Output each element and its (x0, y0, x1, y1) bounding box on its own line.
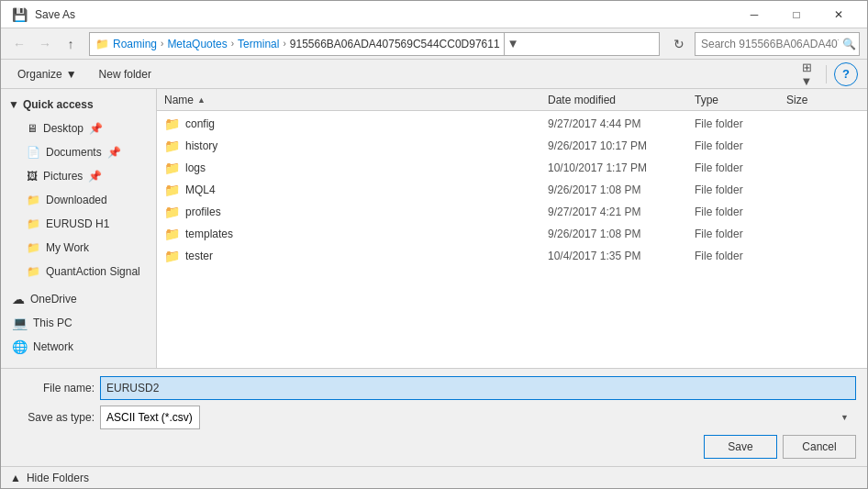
folder-icon: 📁 (164, 205, 180, 219)
file-name: config (185, 117, 548, 130)
search-bar: 🔍 (695, 32, 860, 56)
documents-icon: 📄 (27, 146, 40, 159)
table-row[interactable]: 📁 history 9/26/2017 10:17 PM File folder (157, 135, 867, 157)
table-row[interactable]: 📁 logs 10/10/2017 1:17 PM File folder (157, 157, 867, 179)
sidebar-item-my-work[interactable]: 📁 My Work (1, 236, 156, 260)
breadcrumb-dropdown-button[interactable]: ▼ (504, 32, 522, 56)
file-name: MQL4 (185, 183, 548, 196)
pin-icon-desktop: 📌 (89, 122, 103, 135)
file-type: File folder (695, 117, 786, 130)
sidebar-item-network[interactable]: 🌐 Network (1, 335, 156, 359)
quick-access-header[interactable]: ▼ Quick access (1, 93, 156, 117)
file-name: logs (185, 161, 548, 174)
search-input[interactable] (701, 38, 839, 50)
file-list: 📁 config 9/27/2017 4:44 PM File folder 📁… (157, 111, 867, 368)
downloaded-icon: 📁 (27, 194, 40, 206)
sidebar-item-desktop-label: Desktop (43, 122, 83, 135)
search-icon: 🔍 (842, 38, 856, 50)
table-row[interactable]: 📁 tester 10/4/2017 1:35 PM File folder (157, 245, 867, 267)
breadcrumb-terminal[interactable]: Terminal (238, 38, 279, 50)
forward-button[interactable]: → (34, 33, 56, 55)
col-name-header[interactable]: Name ▲ (164, 94, 548, 106)
close-button[interactable]: ✕ (818, 1, 860, 28)
table-row[interactable]: 📁 MQL4 9/26/2017 1:08 PM File folder (157, 179, 867, 201)
organize-button[interactable]: Organize ▼ (10, 63, 84, 85)
sidebar-item-quantaction[interactable]: 📁 QuantAction Signal (1, 260, 156, 283)
breadcrumb-sep-2: › (231, 39, 234, 49)
sidebar-item-documents-label: Documents (46, 146, 102, 159)
title-bar-controls: ─ □ ✕ (733, 1, 860, 28)
sidebar-item-pictures[interactable]: 🖼 Pictures 📌 (1, 164, 156, 188)
filetype-label: Save as type: (12, 411, 95, 424)
filename-label: File name: (12, 382, 95, 395)
save-as-dialog: 💾 Save As ─ □ ✕ ← → ↑ 📁 Roaming › MetaQu… (0, 0, 868, 489)
pin-icon-documents: 📌 (107, 146, 121, 159)
filetype-row: Save as type: ASCII Text (*.csv) (12, 406, 856, 429)
toolbar-divider (826, 65, 827, 83)
file-list-header: Name ▲ Date modified Type Size (157, 89, 867, 111)
view-options-button[interactable]: ⊞ ▼ (795, 63, 818, 85)
minimize-button[interactable]: ─ (733, 1, 775, 28)
folder-icon: 📁 (164, 161, 180, 175)
hide-folders-label: Hide Folders (27, 472, 89, 484)
file-date: 10/4/2017 1:35 PM (548, 250, 695, 262)
organize-chevron: ▼ (66, 68, 77, 81)
file-date: 10/10/2017 1:17 PM (548, 161, 695, 174)
file-name: tester (185, 250, 548, 262)
address-toolbar: ← → ↑ 📁 Roaming › MetaQuotes › Terminal … (1, 28, 867, 60)
file-name: profiles (185, 206, 548, 218)
quick-access-label: Quick access (23, 98, 94, 111)
col-size-label: Size (786, 94, 807, 106)
col-name-label: Name (164, 94, 194, 106)
sidebar-item-downloaded[interactable]: 📁 Downloaded (1, 188, 156, 212)
pin-icon-pictures: 📌 (88, 170, 102, 183)
folder-icon: 📁 (164, 227, 180, 241)
col-type-label: Type (695, 94, 718, 106)
sidebar-item-documents[interactable]: 📄 Documents 📌 (1, 140, 156, 164)
quick-access-chevron: ▼ (8, 98, 19, 111)
sidebar-item-my-work-label: My Work (46, 241, 89, 254)
eurusd-icon: 📁 (27, 217, 40, 230)
new-folder-button[interactable]: New folder (92, 63, 159, 85)
breadcrumb-roaming[interactable]: Roaming (113, 38, 157, 50)
breadcrumb-sep-1: › (161, 39, 163, 49)
col-type-header[interactable]: Type (695, 94, 786, 106)
breadcrumb-current: 915566BA06ADA407569C544CC0D97611 (290, 38, 500, 50)
breadcrumb-metaquotes[interactable]: MetaQuotes (167, 38, 227, 50)
table-row[interactable]: 📁 templates 9/26/2017 1:08 PM File folde… (157, 223, 867, 245)
col-date-header[interactable]: Date modified (548, 94, 695, 106)
file-type: File folder (695, 206, 786, 218)
main-content: ▼ Quick access 🖥 Desktop 📌 📄 Documents 📌… (1, 89, 867, 368)
col-size-header[interactable]: Size (786, 94, 860, 106)
maximize-button[interactable]: □ (775, 1, 818, 28)
folder-icon: 📁 (164, 117, 180, 131)
save-button[interactable]: Save (704, 435, 777, 459)
refresh-button[interactable]: ↻ (667, 32, 691, 56)
file-date: 9/27/2017 4:21 PM (548, 206, 695, 218)
help-button[interactable]: ? (834, 62, 858, 86)
sidebar-item-desktop[interactable]: 🖥 Desktop 📌 (1, 117, 156, 140)
filetype-select-wrapper: ASCII Text (*.csv) (100, 406, 856, 429)
sidebar-item-eurusd[interactable]: 📁 EURUSD H1 (1, 212, 156, 236)
sidebar-item-quantaction-label: QuantAction Signal (46, 265, 140, 278)
folder-icon: 📁 (164, 183, 180, 197)
col-date-label: Date modified (548, 94, 616, 106)
this-pc-icon: 💻 (12, 316, 28, 330)
filename-input[interactable] (100, 376, 856, 400)
file-name: templates (185, 228, 548, 240)
sidebar-item-this-pc-label: This PC (33, 317, 149, 329)
file-type: File folder (695, 228, 786, 240)
quick-access-section: ▼ Quick access 🖥 Desktop 📌 📄 Documents 📌… (1, 93, 156, 283)
hide-folders-bar[interactable]: ▲ Hide Folders (1, 466, 867, 488)
table-row[interactable]: 📁 profiles 9/27/2017 4:21 PM File folder (157, 201, 867, 223)
table-row[interactable]: 📁 config 9/27/2017 4:44 PM File folder (157, 113, 867, 135)
sidebar: ▼ Quick access 🖥 Desktop 📌 📄 Documents 📌… (1, 89, 157, 368)
file-type: File folder (695, 250, 786, 262)
back-button[interactable]: ← (8, 33, 30, 55)
up-button[interactable]: ↑ (60, 33, 82, 55)
sidebar-item-onedrive[interactable]: ☁ OneDrive (1, 287, 156, 311)
sidebar-item-this-pc[interactable]: 💻 This PC (1, 311, 156, 335)
filetype-select[interactable]: ASCII Text (*.csv) (100, 406, 200, 429)
cancel-button[interactable]: Cancel (783, 435, 856, 459)
sidebar-item-network-label: Network (33, 340, 149, 353)
